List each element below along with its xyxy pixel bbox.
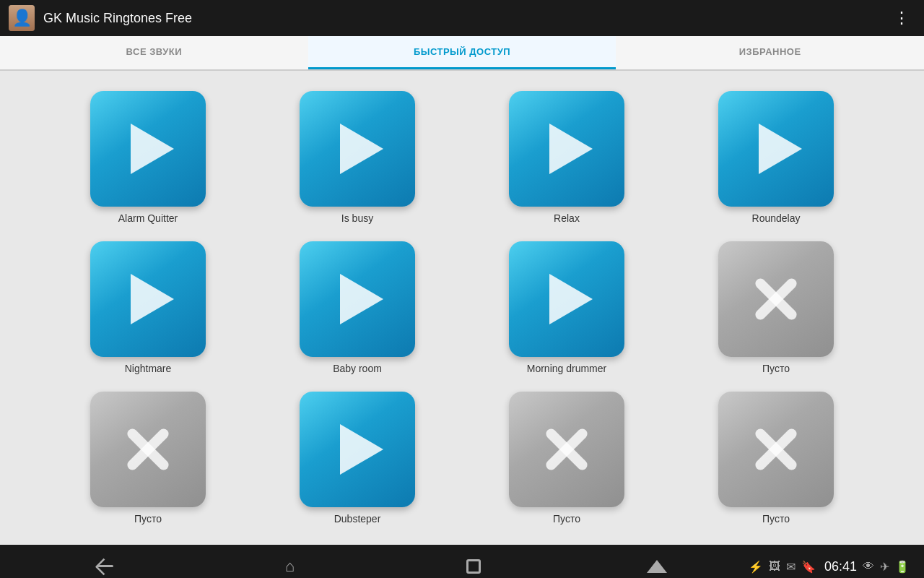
- grid-item-1[interactable]: Alarm Quitter: [43, 82, 253, 233]
- play-icon: [340, 424, 383, 475]
- mail-icon: ✉: [786, 560, 796, 574]
- tile-3[interactable]: [509, 91, 624, 207]
- tab-favorites[interactable]: ИЗБРАННОЕ: [616, 36, 924, 69]
- grid-item-12[interactable]: Пусто: [671, 383, 881, 533]
- play-icon: [131, 274, 174, 324]
- bottom-bar: ⌂ ⚡ 🖼 ✉ 🔖 06:41 👁 ✈ 🔋: [0, 545, 924, 578]
- tile-label-5: Nightmare: [125, 363, 172, 374]
- top-bar: 👤 GK Music Ringtones Free ⋮: [0, 0, 924, 36]
- grid-item-10[interactable]: Dubsteper: [253, 383, 462, 533]
- x-icon: [751, 274, 801, 324]
- ringtone-grid: Alarm QuitterIs busyRelaxRoundelayNightm…: [0, 71, 924, 545]
- tile-label-6: Baby room: [333, 363, 382, 374]
- tile-label-4: Roundelay: [752, 212, 801, 224]
- grid-item-7[interactable]: Morning drummer: [462, 233, 671, 383]
- square-icon: [466, 559, 481, 574]
- app-title: GK Music Ringtones Free: [43, 11, 888, 26]
- tile-7[interactable]: [509, 241, 624, 357]
- clock: 06:41: [824, 559, 857, 574]
- play-icon: [549, 274, 593, 324]
- tile-5[interactable]: [90, 241, 206, 357]
- tile-label-3: Relax: [554, 212, 580, 224]
- grid-item-5[interactable]: Nightmare: [43, 233, 253, 383]
- home-icon: ⌂: [285, 557, 295, 576]
- tile-12[interactable]: [718, 392, 834, 507]
- tile-label-10: Dubsteper: [334, 513, 381, 525]
- grid-item-11[interactable]: Пусто: [462, 383, 671, 533]
- tile-label-8: Пусто: [762, 363, 790, 374]
- x-icon: [541, 424, 592, 475]
- recents-button[interactable]: [381, 559, 565, 574]
- tile-label-9: Пусто: [134, 513, 162, 525]
- up-button[interactable]: [565, 560, 749, 573]
- chevron-up-icon: [647, 560, 667, 573]
- nav-center: [565, 560, 749, 573]
- tile-label-1: Alarm Quitter: [118, 212, 178, 224]
- play-icon: [340, 274, 383, 324]
- play-icon: [759, 124, 802, 174]
- tab-quick-access[interactable]: БЫСТРЫЙ ДОСТУП: [308, 36, 616, 69]
- avatar: 👤: [9, 5, 35, 31]
- bookmark-icon: 🔖: [801, 560, 816, 574]
- play-icon: [131, 124, 174, 174]
- play-icon: [549, 124, 593, 174]
- tile-6[interactable]: [300, 241, 415, 357]
- back-icon: [97, 559, 115, 574]
- tile-9[interactable]: [90, 392, 206, 507]
- tile-2[interactable]: [300, 91, 415, 207]
- home-button[interactable]: ⌂: [198, 557, 381, 576]
- tab-bar: ВСЕ ЗВУКИ БЫСТРЫЙ ДОСТУП ИЗБРАННОЕ: [0, 36, 924, 71]
- tile-4[interactable]: [718, 91, 834, 207]
- x-icon: [123, 424, 173, 475]
- tab-all-sounds[interactable]: ВСЕ ЗВУКИ: [0, 36, 308, 69]
- back-button[interactable]: [14, 559, 198, 574]
- tile-label-2: Is busy: [341, 212, 373, 224]
- extra-icon-1: 👁: [863, 560, 874, 573]
- menu-button[interactable]: ⋮: [888, 3, 915, 33]
- grid-item-4[interactable]: Roundelay: [671, 82, 881, 233]
- grid-item-6[interactable]: Baby room: [253, 233, 462, 383]
- tile-label-7: Morning drummer: [527, 363, 606, 374]
- airplane-icon: ✈: [880, 560, 889, 574]
- image-icon: 🖼: [769, 560, 780, 573]
- tile-1[interactable]: [90, 91, 206, 207]
- grid-item-2[interactable]: Is busy: [253, 82, 462, 233]
- tile-10[interactable]: [300, 392, 415, 507]
- battery-icon: 🔋: [895, 560, 910, 574]
- grid-item-8[interactable]: Пусто: [671, 233, 881, 383]
- play-icon: [340, 124, 383, 174]
- grid-item-3[interactable]: Relax: [462, 82, 671, 233]
- tile-label-11: Пусто: [553, 513, 580, 525]
- avatar-image: 👤: [9, 5, 35, 31]
- x-icon: [751, 424, 801, 475]
- status-area: ⚡ 🖼 ✉ 🔖 06:41 👁 ✈ 🔋: [749, 559, 910, 574]
- tile-label-12: Пусто: [762, 513, 790, 525]
- usb-icon: ⚡: [749, 560, 763, 574]
- grid-item-9[interactable]: Пусто: [43, 383, 253, 533]
- tile-11[interactable]: [509, 392, 624, 507]
- tile-8[interactable]: [718, 241, 834, 357]
